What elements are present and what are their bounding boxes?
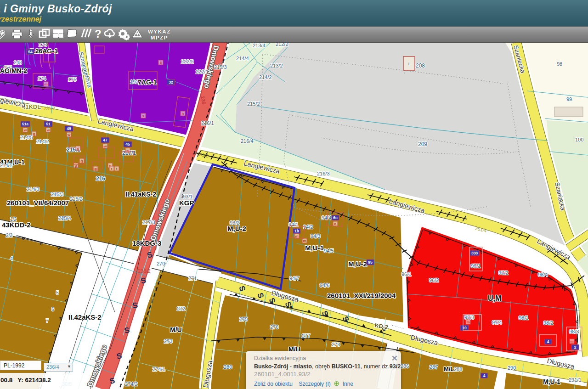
svg-text:AG/MN-2: AG/MN-2 — [0, 67, 27, 74]
svg-text:98/1: 98/1 — [519, 315, 528, 321]
svg-text:47: 47 — [103, 138, 107, 142]
svg-text:175: 175 — [68, 77, 76, 82]
svg-text:215/3: 215/3 — [51, 192, 64, 197]
svg-text:1b: 1b — [294, 229, 299, 233]
svg-text:5: 5 — [56, 290, 59, 295]
svg-text:271: 271 — [188, 276, 197, 281]
svg-text:7AG-1: 7AG-1 — [138, 79, 157, 86]
svg-text:215/2: 215/2 — [247, 101, 260, 107]
svg-text:49: 49 — [67, 126, 71, 131]
svg-text:2: 2 — [574, 345, 577, 350]
svg-text:286: 286 — [401, 363, 409, 369]
svg-text:96/1: 96/1 — [401, 271, 411, 277]
svg-text:216/4: 216/4 — [241, 138, 254, 144]
svg-text:94/3: 94/3 — [311, 233, 320, 239]
svg-text:276: 276 — [270, 324, 278, 330]
svg-text:287: 287 — [430, 364, 438, 370]
svg-text:7: 7 — [46, 318, 49, 323]
svg-text:213/2: 213/2 — [270, 63, 283, 68]
svg-text:w: w — [46, 128, 50, 132]
svg-text:214/4: 214/4 — [236, 56, 249, 61]
svg-text:173: 173 — [39, 43, 47, 47]
svg-text:M/L: M/L — [444, 366, 454, 372]
svg-text:w: w — [126, 148, 130, 152]
svg-text:209: 209 — [418, 141, 427, 147]
svg-text:280: 280 — [224, 364, 232, 370]
svg-text:208: 208 — [416, 62, 425, 69]
svg-text:94/7: 94/7 — [289, 276, 299, 281]
svg-text:U,M: U,M — [488, 294, 501, 302]
svg-text:288: 288 — [454, 366, 462, 372]
svg-text:m: m — [570, 339, 573, 344]
svg-text:97/1: 97/1 — [471, 263, 481, 269]
svg-text:II.42aKS-2: II.42aKS-2 — [68, 313, 102, 321]
svg-text:260101_XXI/219/2004: 260101_XXI/219/2004 — [327, 292, 396, 299]
svg-text:97/4: 97/4 — [492, 320, 502, 325]
svg-text:338: 338 — [471, 251, 478, 255]
svg-text:h: h — [182, 112, 184, 116]
svg-text:w: w — [103, 144, 107, 148]
svg-text:260101_VII/64/2007: 260101_VII/64/2007 — [7, 199, 69, 207]
svg-text:214/5: 214/5 — [20, 135, 33, 140]
svg-text:b: b — [334, 222, 337, 226]
svg-text:6c: 6c — [333, 215, 338, 220]
svg-text:2/2: 2/2 — [6, 233, 12, 238]
svg-text:214/3: 214/3 — [27, 186, 40, 192]
svg-text:6: 6 — [51, 306, 54, 312]
svg-text:m: m — [466, 320, 469, 324]
svg-text:94/4: 94/4 — [322, 215, 331, 220]
svg-text:272: 272 — [177, 306, 185, 311]
svg-text:290: 290 — [508, 365, 516, 371]
svg-text:270: 270 — [157, 261, 165, 266]
svg-text:KGP: KGP — [179, 199, 194, 207]
svg-text:214/2: 214/2 — [36, 139, 49, 144]
svg-text:216/1: 216/1 — [201, 120, 214, 126]
svg-text:54: 54 — [28, 50, 33, 54]
svg-text:w: w — [23, 128, 27, 132]
svg-text:98/3: 98/3 — [569, 329, 579, 334]
svg-text:4: 4 — [10, 256, 13, 261]
svg-text:w: w — [67, 133, 71, 137]
svg-text:g: g — [33, 132, 35, 136]
svg-text:222/2: 222/2 — [181, 59, 194, 64]
svg-text:94/5: 94/5 — [324, 248, 334, 254]
svg-text:274/1: 274/1 — [153, 366, 165, 372]
svg-text:98/4: 98/4 — [538, 272, 548, 277]
svg-text:g: g — [77, 147, 79, 151]
svg-text:216/3: 216/3 — [317, 171, 330, 176]
svg-text:94/6: 94/6 — [320, 282, 329, 288]
svg-text:216: 216 — [96, 175, 105, 182]
svg-text:M,U-2: M,U-2 — [348, 260, 367, 268]
svg-text:98/2: 98/2 — [543, 320, 553, 326]
svg-text:213/4: 213/4 — [253, 43, 266, 48]
svg-text:215/2: 215/2 — [70, 196, 83, 202]
svg-text:4: 4 — [483, 373, 486, 378]
svg-text:214/1: 214/1 — [0, 163, 12, 168]
svg-text:51: 51 — [46, 122, 51, 126]
svg-text:t: t — [111, 167, 113, 171]
svg-text:291/1: 291/1 — [569, 377, 582, 383]
svg-text:214/2: 214/2 — [259, 74, 272, 80]
svg-text:M,U-1: M,U-1 — [305, 244, 324, 252]
svg-text:M,U-1: M,U-1 — [543, 378, 560, 385]
svg-text:215/3: 215/3 — [214, 64, 227, 70]
svg-text:97/2: 97/2 — [498, 270, 508, 276]
svg-text:212/2: 212/2 — [276, 43, 288, 47]
svg-text:s: s — [142, 114, 145, 118]
svg-text:43KDD-2: 43KDD-2 — [2, 221, 31, 229]
svg-text:100: 100 — [575, 137, 583, 142]
svg-text:18KDG-3: 18KDG-3 — [132, 239, 161, 247]
svg-text:g: g — [81, 159, 83, 163]
svg-text:m: m — [44, 82, 47, 86]
svg-text:8: 8 — [160, 61, 162, 65]
svg-text:97/3: 97/3 — [464, 315, 474, 320]
svg-text:t: t — [116, 167, 118, 171]
svg-text:45: 45 — [125, 142, 130, 147]
svg-text:M,U-2: M,U-2 — [227, 225, 246, 232]
svg-text:217/3: 217/3 — [142, 220, 155, 225]
svg-text:4: 4 — [547, 339, 549, 344]
svg-text:231/2: 231/2 — [44, 106, 55, 111]
svg-text:99: 99 — [566, 96, 572, 102]
svg-text:238/2: 238/2 — [138, 268, 151, 274]
svg-text:95: 95 — [368, 260, 373, 265]
